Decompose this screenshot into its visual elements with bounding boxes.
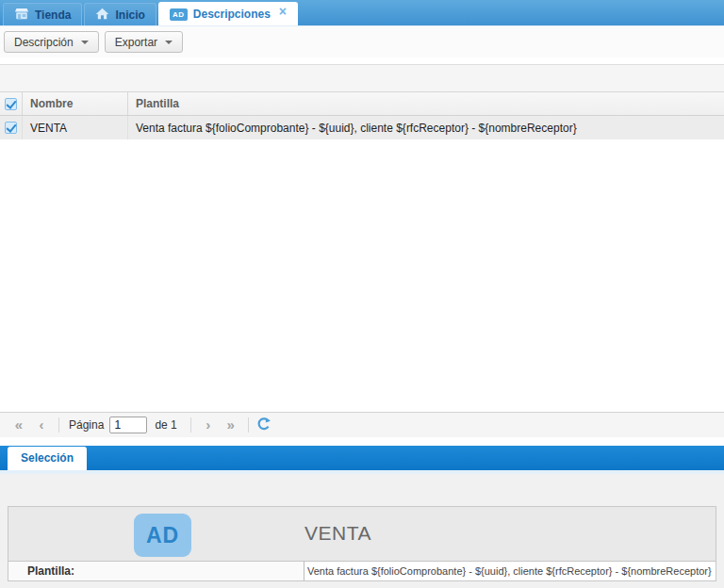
separator bbox=[190, 417, 191, 433]
tab-label: Tienda bbox=[35, 8, 71, 22]
tab-descripciones[interactable]: AD Descripciones × bbox=[158, 2, 298, 25]
next-page-button[interactable]: › bbox=[197, 416, 220, 434]
close-icon[interactable]: × bbox=[279, 7, 287, 16]
row-select-cell bbox=[0, 116, 23, 139]
home-icon bbox=[95, 8, 109, 23]
last-page-button[interactable]: » bbox=[220, 416, 242, 434]
separator bbox=[248, 417, 249, 433]
detail-card-header: AD VENTA bbox=[8, 507, 716, 561]
tab-label: Inicio bbox=[115, 8, 144, 22]
plantilla-field-value: Venta factura ${folioComprobante} - ${uu… bbox=[304, 562, 716, 580]
first-page-button[interactable]: « bbox=[8, 416, 30, 434]
app-window: Tienda Inicio AD Descripciones × Descrip… bbox=[0, 0, 724, 588]
store-icon bbox=[14, 8, 29, 23]
grid-toolbar: Descripción Exportar bbox=[0, 25, 724, 57]
chevron-down-icon bbox=[81, 41, 89, 44]
cell-plantilla: Venta factura ${folioComprobante} - ${uu… bbox=[128, 116, 724, 139]
button-label: Exportar bbox=[115, 36, 157, 49]
row-select-checkbox[interactable] bbox=[5, 122, 17, 134]
column-header-plantilla[interactable]: Plantilla bbox=[128, 92, 724, 115]
tab-tienda[interactable]: Tienda bbox=[3, 3, 82, 25]
refresh-button[interactable] bbox=[256, 416, 272, 434]
ad-large-icon: AD bbox=[134, 514, 191, 557]
column-header-nombre[interactable]: Nombre bbox=[23, 92, 128, 115]
select-all-checkbox[interactable] bbox=[5, 98, 17, 110]
pagina-label: Página bbox=[69, 418, 104, 432]
select-all-cell bbox=[0, 92, 23, 115]
empty-dock-strip bbox=[0, 64, 724, 91]
ad-badge-icon: AD bbox=[170, 8, 188, 21]
page-number-input[interactable] bbox=[109, 416, 147, 433]
plantilla-field-label: Plantilla: bbox=[8, 562, 304, 580]
button-label: Descripción bbox=[14, 36, 74, 49]
prev-page-button[interactable]: ‹ bbox=[30, 416, 53, 434]
descripcion-menu-button[interactable]: Descripción bbox=[4, 31, 99, 53]
separator bbox=[58, 417, 59, 433]
detail-field-row: Plantilla: Venta factura ${folioComproba… bbox=[8, 561, 716, 580]
selection-tabbar: Selección bbox=[0, 446, 724, 470]
tab-label: Descripciones bbox=[193, 8, 271, 21]
tab-inicio[interactable]: Inicio bbox=[84, 3, 156, 25]
page-count-label: de 1 bbox=[155, 418, 176, 432]
refresh-icon bbox=[256, 416, 272, 434]
cell-nombre: VENTA bbox=[23, 116, 128, 139]
selection-detail-card: AD VENTA Plantilla: Venta factura ${foli… bbox=[8, 506, 716, 581]
paging-toolbar: « ‹ Página de 1 › » bbox=[0, 412, 724, 437]
main-tabbar: Tienda Inicio AD Descripciones × bbox=[0, 0, 724, 25]
table-row[interactable]: VENTA Venta factura ${folioComprobante} … bbox=[0, 116, 724, 139]
detail-title: VENTA bbox=[304, 522, 371, 545]
tab-seleccion[interactable]: Selección bbox=[8, 447, 87, 470]
chevron-down-icon bbox=[165, 41, 173, 44]
selection-panel-body: AD VENTA Plantilla: Venta factura ${foli… bbox=[0, 474, 724, 588]
exportar-menu-button[interactable]: Exportar bbox=[105, 31, 183, 53]
grid-header: Nombre Plantilla bbox=[0, 91, 724, 116]
